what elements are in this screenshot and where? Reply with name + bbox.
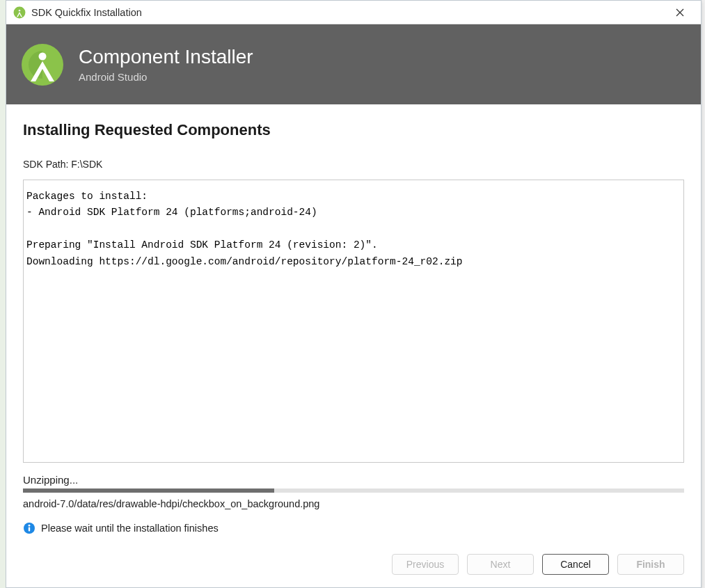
banner-heading: Component Installer — [79, 46, 253, 68]
progress-bar — [23, 488, 684, 493]
progress-current-file: android-7.0/data/res/drawable-hdpi/check… — [23, 498, 684, 509]
background-sliver — [0, 0, 6, 588]
cancel-button[interactable]: Cancel — [542, 554, 609, 575]
android-studio-icon — [13, 6, 26, 19]
finish-button: Finish — [617, 554, 684, 575]
progress-section: Unzipping... android-7.0/data/res/drawab… — [23, 474, 684, 534]
dialog-window: SDK Quickfix Installation Component Inst… — [6, 0, 702, 588]
install-log: Packages to install: - Android SDK Platf… — [23, 180, 684, 463]
svg-rect-7 — [29, 527, 30, 532]
window-title: SDK Quickfix Installation — [31, 7, 666, 18]
next-button: Next — [467, 554, 534, 575]
sdk-path-label: SDK Path: F:\SDK — [23, 159, 684, 170]
progress-status: Unzipping... — [23, 474, 684, 486]
titlebar: SDK Quickfix Installation — [6, 1, 701, 24]
content-area: Installing Requested Components SDK Path… — [6, 104, 701, 541]
previous-button: Previous — [392, 554, 459, 575]
close-button[interactable] — [666, 2, 694, 23]
progress-fill — [23, 488, 274, 493]
wait-message-row: Please wait until the installation finis… — [23, 522, 684, 534]
svg-point-4 — [39, 52, 47, 60]
banner-text: Component Installer Android Studio — [79, 46, 253, 83]
info-icon — [23, 522, 35, 534]
section-title: Installing Requested Components — [23, 121, 684, 139]
footer-buttons: Previous Next Cancel Finish — [6, 541, 701, 587]
banner: Component Installer Android Studio — [6, 24, 701, 104]
android-studio-logo-icon — [20, 42, 65, 87]
banner-subheading: Android Studio — [79, 71, 253, 83]
wait-message: Please wait until the installation finis… — [41, 523, 219, 534]
svg-point-6 — [29, 525, 31, 527]
